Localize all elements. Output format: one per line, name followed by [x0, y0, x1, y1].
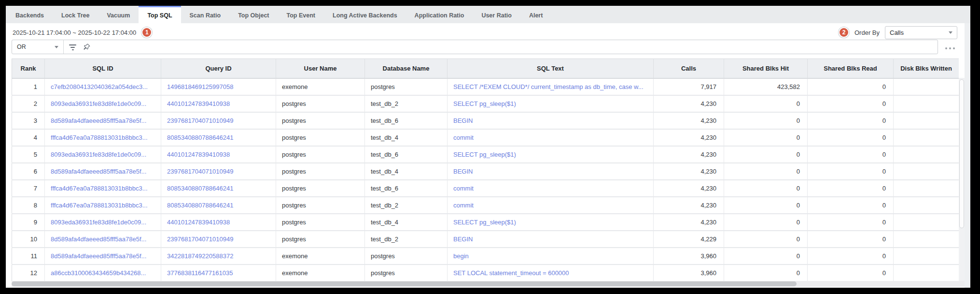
cell-shared-blks-read: 0	[808, 265, 894, 281]
cell-sql-text[interactable]: SELECT pg_sleep($1)	[448, 214, 654, 231]
order-by-select[interactable]: Calls	[885, 26, 957, 39]
column-header-shared-blks-read[interactable]: Shared Blks Read	[808, 59, 894, 78]
tab-lock-tree[interactable]: Lock Tree	[53, 6, 98, 23]
cell-sql-text[interactable]: begin	[448, 248, 654, 265]
horizontal-scrollbar[interactable]	[12, 281, 965, 287]
cell-shared-blks-hit: 0	[724, 248, 808, 265]
cell-query-id[interactable]: 1496818469125997058	[161, 78, 276, 95]
filter-list-icon[interactable]	[69, 44, 76, 50]
cell-query-id[interactable]: 440101247839410938	[161, 146, 276, 163]
tab-top-object[interactable]: Top Object	[229, 6, 278, 23]
cell-query-id[interactable]: 440101247839410938	[161, 214, 276, 231]
table-row: 58093eda36931fe83d8fe1de0c09...440101247…	[12, 146, 959, 163]
cell-query-id[interactable]: 2397681704071010949	[161, 112, 276, 129]
column-header-calls[interactable]: Calls	[654, 59, 724, 78]
cell-database-name: test_db_6	[365, 180, 448, 197]
cell-disk-blks-written	[894, 78, 959, 95]
tab-top-event[interactable]: Top Event	[278, 6, 324, 23]
cell-calls: 4,230	[654, 180, 724, 197]
cell-sql-id[interactable]: 8d589afa4dfaeeed85fff5aa78e5f...	[45, 248, 161, 265]
column-header-rank[interactable]: Rank	[12, 59, 45, 78]
filter-bar[interactable]: OR	[12, 40, 938, 54]
cell-rank: 11	[12, 248, 45, 265]
cell-sql-id[interactable]: 8d589afa4dfaeeed85fff5aa78e5f...	[45, 163, 161, 180]
cell-calls: 3,960	[654, 248, 724, 265]
cell-sql-text[interactable]: SET LOCAL statement_timeout = 600000	[448, 265, 654, 281]
cell-sql-id[interactable]: 8093eda36931fe83d8fe1de0c09...	[45, 214, 161, 231]
cell-query-id[interactable]: 8085340880788646241	[161, 129, 276, 146]
cell-sql-text[interactable]: commit	[448, 129, 654, 146]
more-options-icon[interactable]	[944, 45, 956, 51]
tab-top-sql[interactable]: Top SQL	[139, 6, 181, 23]
cell-sql-id[interactable]: c7efb20804132040362a054dec3...	[45, 78, 161, 95]
cell-rank: 3	[12, 112, 45, 129]
cell-sql-text[interactable]: commit	[448, 180, 654, 197]
tab-backends[interactable]: Backends	[7, 6, 53, 23]
tab-long-active-backends[interactable]: Long Active Backends	[324, 6, 406, 23]
cell-database-name: test_db_4	[365, 163, 448, 180]
cell-sql-text[interactable]: SELECT pg_sleep($1)	[448, 95, 654, 112]
cell-query-id[interactable]: 8085340880788646241	[161, 180, 276, 197]
table-row: 28093eda36931fe83d8fe1de0c09...440101247…	[12, 95, 959, 112]
column-header-sql-text[interactable]: SQL Text	[448, 59, 654, 78]
chevron-down-icon	[55, 46, 58, 48]
cell-database-name: postgres	[365, 78, 448, 95]
cell-sql-id[interactable]: fffca4d67ea0a788813031b8bbc3...	[45, 197, 161, 214]
cell-query-id[interactable]: 2397681704071010949	[161, 231, 276, 248]
cell-query-id[interactable]: 2397681704071010949	[161, 163, 276, 180]
cell-sql-id[interactable]: 8d589afa4dfaeeed85fff5aa78e5f...	[45, 112, 161, 129]
table-row: 68d589afa4dfaeeed85fff5aa78e5f...2397681…	[12, 163, 959, 180]
callout-badge-1: 1	[141, 27, 152, 38]
cell-sql-text[interactable]: BEGIN	[448, 112, 654, 129]
vertical-scrollbar-thumb[interactable]	[959, 79, 964, 228]
column-header-database-name[interactable]: Database Name	[365, 59, 448, 78]
cell-database-name: postgres	[365, 265, 448, 281]
cell-query-id[interactable]: 8085340880788646241	[161, 197, 276, 214]
cell-rank: 5	[12, 146, 45, 163]
cell-sql-text[interactable]: SELECT /*EXEM CLOUD*/ current_timestamp …	[448, 78, 654, 95]
tab-alert[interactable]: Alert	[520, 6, 551, 23]
cell-sql-text[interactable]: SELECT pg_sleep($1)	[448, 146, 654, 163]
column-header-sql-id[interactable]: SQL ID	[45, 59, 161, 78]
cell-query-id[interactable]: 440101247839410938	[161, 95, 276, 112]
cell-shared-blks-read: 0	[808, 214, 894, 231]
table-row: 38d589afa4dfaeeed85fff5aa78e5f...2397681…	[12, 112, 959, 129]
vertical-scrollbar[interactable]	[959, 78, 965, 281]
callout-badge-2: 2	[839, 27, 849, 38]
column-header-shared-blks-hit[interactable]: Shared Blks Hit	[724, 59, 808, 78]
cell-sql-id[interactable]: fffca4d67ea0a788813031b8bbc3...	[45, 129, 161, 146]
cell-sql-id[interactable]: fffca4d67ea0a788813031b8bbc3...	[45, 180, 161, 197]
column-header-disk-blks-written[interactable]: Disk Blks Written	[894, 59, 959, 78]
cell-shared-blks-hit: 0	[724, 129, 808, 146]
pin-icon[interactable]	[83, 43, 91, 51]
date-range-text[interactable]: 2025-10-21 17:04:00 ~ 2025-10-22 17:04:0…	[13, 29, 136, 36]
cell-user-name: postgres	[276, 214, 365, 231]
tab-application-ratio[interactable]: Application Ratio	[406, 6, 473, 23]
tab-vacuum[interactable]: Vacuum	[98, 6, 139, 23]
cell-query-id[interactable]: 3776838116477161035	[161, 265, 276, 281]
tab-user-ratio[interactable]: User Ratio	[473, 6, 520, 23]
table-row: 1c7efb20804132040362a054dec3...149681846…	[12, 78, 959, 95]
filter-operator-select[interactable]: OR	[12, 40, 64, 54]
cell-sql-text[interactable]: BEGIN	[448, 231, 654, 248]
table-row: 108d589afa4dfaeeed85fff5aa78e5f...239768…	[12, 231, 959, 248]
cell-sql-text[interactable]: commit	[448, 197, 654, 214]
top-sql-table-wrap: RankSQL IDQuery IDUser NameDatabase Name…	[12, 59, 959, 281]
column-header-user-name[interactable]: User Name	[276, 59, 365, 78]
horizontal-scrollbar-thumb[interactable]	[12, 281, 797, 286]
cell-sql-id[interactable]: a86ccb3100063434659b434268...	[45, 265, 161, 281]
cell-rank: 10	[12, 231, 45, 248]
cell-shared-blks-hit: 0	[724, 163, 808, 180]
cell-sql-text[interactable]: BEGIN	[448, 163, 654, 180]
cell-calls: 4,230	[654, 129, 724, 146]
cell-query-id[interactable]: 3422818749220588372	[161, 248, 276, 265]
cell-sql-id[interactable]: 8093eda36931fe83d8fe1de0c09...	[45, 146, 161, 163]
tab-scan-ratio[interactable]: Scan Ratio	[181, 6, 230, 23]
cell-shared-blks-read: 0	[808, 129, 894, 146]
cell-disk-blks-written	[894, 197, 959, 214]
cell-sql-id[interactable]: 8093eda36931fe83d8fe1de0c09...	[45, 95, 161, 112]
column-header-query-id[interactable]: Query ID	[161, 59, 276, 78]
cell-sql-id[interactable]: 8d589afa4dfaeeed85fff5aa78e5f...	[45, 231, 161, 248]
cell-shared-blks-hit: 0	[724, 180, 808, 197]
cell-calls: 4,230	[654, 112, 724, 129]
